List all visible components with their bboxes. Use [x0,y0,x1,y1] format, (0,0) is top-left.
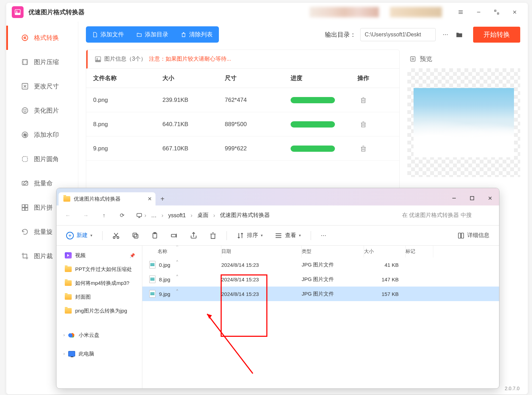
open-folder-button[interactable] [452,28,466,41]
sidebar-item-radius[interactable]: 图片圆角 [6,147,78,171]
explorer-search[interactable]: 在 优速图片格式转换器 中搜 [398,209,495,222]
sidebar-label: 美化图片 [34,106,59,115]
nav-up[interactable]: ↑ [97,208,111,223]
sidebar-label: 更改尺寸 [34,82,59,90]
sidebar-item-watermark[interactable]: 印 添加水印 [6,123,78,147]
crop-icon [21,252,29,260]
minimize-button[interactable] [471,5,486,20]
paste-icon [151,232,159,239]
file-row[interactable]: 9.jpg 2024/8/14 15:23 JPG 图片文件 157 KB [142,287,499,301]
image-icon [95,56,101,63]
sidebar-item-beautify[interactable]: 美化图片 [6,98,78,123]
add-dir-button[interactable]: 添加目录 [130,26,175,43]
side-cloud[interactable]: › 小米云盘 [59,328,140,342]
sidebar-item-format[interactable]: 格式转换 [6,26,78,50]
col-name: 文件名称 [93,74,162,82]
svg-rect-22 [470,196,474,200]
more-button[interactable]: ⋯ [438,28,452,41]
folder-icon [136,32,142,37]
list-columns: 文件名称 大小 尺寸 进度 操作 [86,69,399,88]
file-row[interactable]: 8.jpg 2024/8/14 15:23 JPG 图片文件 147 KB [142,272,499,287]
delete-row-button[interactable] [349,121,377,128]
svg-point-21 [412,58,414,60]
share-icon [190,232,197,239]
svg-rect-23 [137,213,142,217]
side-folder-item[interactable]: 封面图 [59,290,140,304]
pc-icon [68,351,75,357]
sort-button[interactable]: 排序 ▾ [232,229,268,243]
explorer-files: 名称 日期 类型 大小 标记 0.jpg 2024/8/14 15:23 JPG… [142,246,499,388]
app-title: 优速图片格式转换器 [28,8,85,16]
add-file-button[interactable]: 添加文件 [86,26,130,43]
explorer-addressbar: ← → ↑ ⟳ › … › yssoft1 › 桌面 › 优速图片格式转换器 在… [56,205,499,226]
paste-button[interactable] [146,229,163,243]
rotate-icon [21,228,29,236]
side-pc[interactable]: › 此电脑 [59,347,140,361]
pc-icon [136,212,142,219]
delete-button[interactable] [204,229,222,243]
side-folder-item[interactable]: png图片怎么转换为jpg [59,304,140,318]
file-row[interactable]: 0.jpg 2024/8/14 15:23 JPG 图片文件 41 KB [142,257,499,272]
menu-button[interactable] [453,5,468,20]
nav-forward[interactable]: → [79,208,93,223]
version-label: 2.0.7.0 [505,386,520,391]
svg-rect-3 [497,13,499,14]
app-logo-icon [12,6,24,18]
close-button[interactable] [507,5,522,20]
list-row[interactable]: 9.png 667.10KB 999*622 [86,137,399,161]
progress-bar [291,146,335,152]
view-button[interactable]: 查看 ▾ [270,229,306,243]
side-videos[interactable]: 视频 📌 [59,248,140,262]
share-button[interactable] [185,229,202,243]
details-button[interactable]: 详细信息 [453,232,494,239]
titlebar: 优速图片格式转换器 [6,3,528,21]
svg-point-9 [26,109,26,110]
side-folder-item[interactable]: PPT文件过大如何压缩处 [59,262,140,276]
side-folder-item[interactable]: 如何将mp4转换成mp3? [59,276,140,290]
preview-box [407,68,520,177]
sidebar-item-resize[interactable]: 更改尺寸 [6,74,78,98]
explorer-tab[interactable]: 优速图片格式转换器 ✕ [59,192,156,205]
sidebar-item-compress[interactable]: 图片压缩 [6,50,78,74]
maximize-button[interactable] [489,5,504,20]
explorer-maximize[interactable] [463,191,481,205]
preview-icon [409,55,416,62]
explorer-toolbar: + 新建 ▾ 排序 ▾ 查看 ▾ ⋯ 详细信息 [56,226,499,246]
folder-icon [63,196,70,202]
sidebar-label: 格式转换 [34,34,59,42]
list-row[interactable]: 0.png 239.91KB 762*474 [86,88,399,112]
radius-icon [21,155,29,163]
svg-rect-17 [25,208,28,210]
format-icon [21,34,29,42]
explorer-minimize[interactable] [445,191,463,205]
nav-refresh[interactable]: ⟳ [115,208,129,223]
rename-icon [170,232,178,239]
clear-button[interactable]: 清除列表 [175,26,219,43]
new-button[interactable]: + 新建 ▾ [61,229,97,243]
file-icon [149,275,156,283]
svg-text:印: 印 [24,133,27,137]
delete-row-button[interactable] [349,145,377,152]
explorer-window: 优速图片格式转换器 ✕ + ← → ↑ ⟳ › … › yssoft1 › 桌面… [56,188,499,389]
breadcrumb[interactable]: › … › yssoft1 › 桌面 › 优速图片格式转换器 [133,209,394,222]
file-icon [92,32,98,37]
svg-point-1 [16,11,17,12]
copy-button[interactable] [127,229,144,243]
output-path-input[interactable] [360,28,436,41]
explorer-close[interactable] [481,191,499,205]
list-row[interactable]: 8.png 640.71KB 889*500 [86,112,399,137]
delete-row-button[interactable] [349,96,377,104]
tab-close-button[interactable]: ✕ [148,196,152,202]
trash-icon [181,32,186,37]
explorer-sidebar: 视频 📌 PPT文件过大如何压缩处如何将mp4转换成mp3?封面图png图片怎么… [56,246,142,388]
nav-back[interactable]: ← [61,208,75,223]
start-button[interactable]: 开始转换 [473,27,520,43]
svg-rect-32 [461,233,464,238]
sidebar-label: 图片裁 [34,252,53,260]
more-menu[interactable]: ⋯ [316,229,331,243]
sidebar-label: 图片压缩 [34,58,59,66]
rename-button[interactable] [166,229,183,243]
new-tab-button[interactable]: + [156,192,169,205]
cut-button[interactable] [107,229,125,243]
titlebar-ad2 [390,7,442,17]
